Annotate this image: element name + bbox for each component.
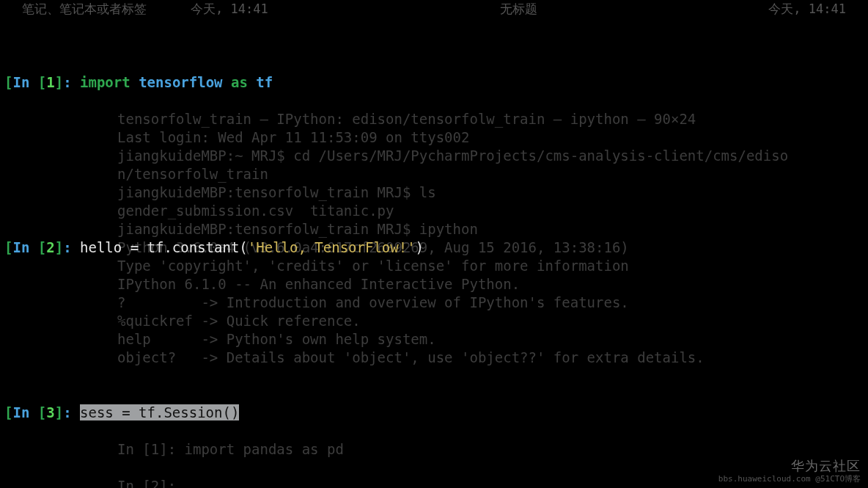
ipython-cell-2[interactable]: [In [2]: hello = tf.constant('Hello, Ten… [4, 238, 864, 257]
kw-alias: tf [256, 74, 273, 90]
watermark: 华为云社区 bbs.huaweicloud.com @51CTO博客 [718, 458, 861, 484]
ipython-terminal[interactable]: [In [1]: import tensorflow as tf [In [2]… [0, 0, 868, 488]
watermark-main: 华为云社区 [718, 458, 861, 474]
prompt-num: 1 [46, 74, 54, 90]
selected-code[interactable]: sess = tf.Session() [80, 404, 239, 420]
kw-module: tensorflow [139, 74, 222, 90]
ipython-cell-3[interactable]: [In [3]: sess = tf.Session() [4, 404, 864, 422]
kw-import: import [80, 74, 130, 90]
blank-line [4, 312, 864, 330]
prompt-in: In [12, 74, 37, 90]
string-literal: 'Hello, TensorFlow!' [248, 239, 416, 255]
prompt-bracket: [ [4, 74, 12, 90]
ipython-cell-1[interactable]: [In [1]: import tensorflow as tf [4, 73, 864, 92]
code-post: ) [416, 239, 424, 255]
code-pre: hello = tf.constant( [80, 239, 248, 255]
watermark-sub: bbs.huaweicloud.com @51CTO博客 [718, 474, 861, 484]
blank-line [4, 147, 864, 165]
kw-as: as [231, 74, 248, 90]
